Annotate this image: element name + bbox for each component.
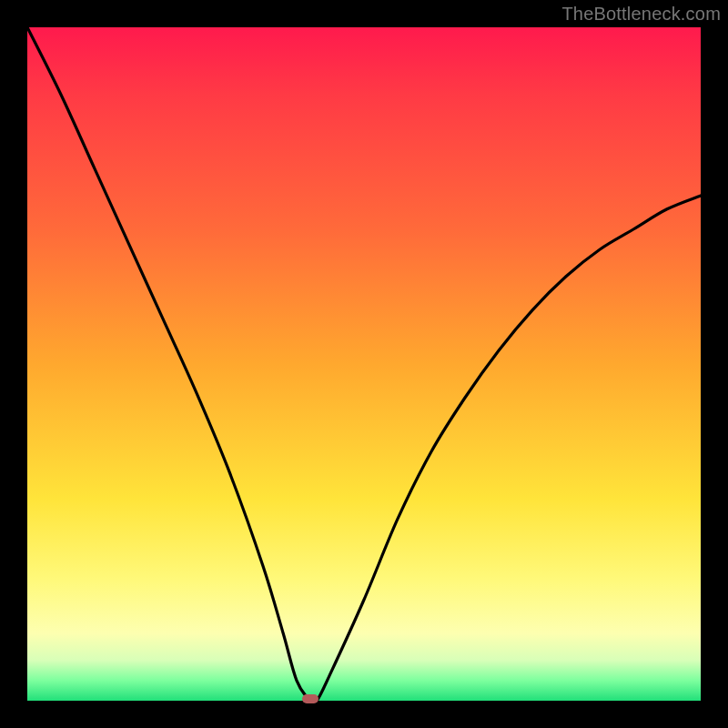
minimum-marker xyxy=(302,694,318,703)
bottleneck-curve xyxy=(27,27,701,701)
watermark-text: TheBottleneck.com xyxy=(561,4,721,25)
chart-frame: TheBottleneck.com xyxy=(0,0,728,728)
plot-area xyxy=(27,27,701,701)
